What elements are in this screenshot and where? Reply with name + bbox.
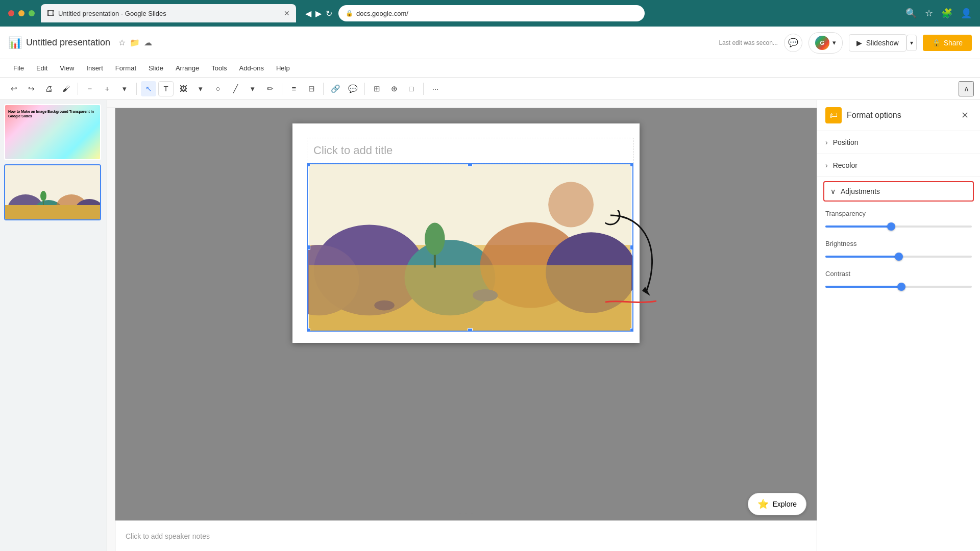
menu-arrange[interactable]: Arrange [170, 62, 204, 74]
format-section-recolor[interactable]: › Recolor [817, 154, 980, 177]
separator-6 [423, 83, 424, 95]
collapse-toolbar[interactable]: ∧ [959, 81, 974, 96]
format-close-button[interactable]: ✕ [958, 108, 972, 122]
title-placeholder[interactable]: Click to add title [307, 138, 633, 163]
handle-tm[interactable] [468, 163, 473, 167]
handle-bl[interactable] [307, 328, 310, 332]
slide-panel: How to Make an Image Background Transpar… [0, 100, 107, 551]
image-arrow[interactable]: ▾ [193, 81, 208, 96]
align-tool[interactable]: ≡ [286, 81, 302, 96]
image-element[interactable] [307, 163, 633, 332]
brightness-track [825, 256, 972, 258]
back-btn[interactable]: ◀ [305, 9, 311, 18]
handle-tl[interactable] [307, 163, 310, 167]
separator-2 [136, 83, 137, 95]
crop-tool[interactable]: ⊞ [369, 81, 384, 96]
handle-br[interactable] [630, 328, 633, 332]
background-tool[interactable]: □ [404, 81, 419, 96]
slide-canvas[interactable]: Click to add title Click to add text [292, 123, 640, 343]
contrast-thumb[interactable] [897, 283, 905, 291]
forward-btn[interactable]: ▶ [315, 9, 322, 18]
handle-mr[interactable] [630, 245, 633, 250]
format-panel-title: Format options [847, 111, 952, 120]
handle-bm[interactable] [468, 328, 473, 332]
menu-view[interactable]: View [55, 62, 79, 74]
separator-3 [282, 83, 282, 95]
arrange-tool[interactable]: ⊕ [386, 81, 402, 96]
shape-tool[interactable]: ○ [210, 81, 226, 96]
link-tool[interactable]: 🔗 [328, 81, 343, 96]
more-tool[interactable]: ··· [428, 81, 443, 96]
transparency-slider[interactable] [825, 221, 972, 232]
menu-addons[interactable]: Add-ons [234, 62, 269, 74]
folder-icon[interactable]: 📁 [130, 38, 140, 47]
distribute-tool[interactable]: ⊟ [304, 81, 319, 96]
svg-point-17 [425, 223, 445, 255]
meet-button[interactable]: G ▾ [808, 32, 843, 54]
slideshow-button[interactable]: ▶ Slideshow [849, 34, 906, 52]
format-section-position[interactable]: › Position [817, 131, 980, 154]
line-tool[interactable]: ╱ [228, 81, 243, 96]
share-button[interactable]: 🔒 Share [923, 35, 972, 51]
chrome-profile-icon[interactable]: 👤 [961, 8, 972, 19]
svg-point-19 [374, 300, 395, 311]
canvas-scroll[interactable]: Click to add title Click to add text [115, 108, 817, 551]
menu-bar: File Edit View Insert Format Slide Arran… [0, 59, 980, 78]
slide-thumb-1[interactable]: How to Make an Image Background Transpar… [4, 104, 101, 160]
format-section-adjustments[interactable]: ∨ Adjustments [823, 181, 974, 202]
zoom-arrow[interactable]: ▾ [117, 81, 132, 96]
brightness-thumb[interactable] [895, 253, 903, 261]
chrome-search-icon[interactable]: 🔍 [905, 8, 917, 19]
slider-section: Transparency Brightness Contrast [817, 206, 980, 308]
paint-format-button[interactable]: 🖌 [58, 81, 74, 96]
chrome-tab[interactable]: 🎞 Untitled presentation - Google Slides … [41, 4, 296, 22]
menu-help[interactable]: Help [271, 62, 295, 74]
transparency-thumb[interactable] [887, 222, 895, 231]
star-icon[interactable]: ☆ [118, 38, 126, 47]
comment-add-tool[interactable]: 💬 [345, 81, 360, 96]
handle-ml[interactable] [307, 245, 310, 250]
speaker-notes-text: Click to add speaker notes [126, 532, 210, 540]
canvas-outer: Click to add title Click to add text [107, 100, 817, 551]
svg-point-18 [473, 289, 498, 302]
url-text: docs.google.com/ [356, 10, 408, 17]
text-tool[interactable]: T [158, 81, 174, 96]
contrast-slider[interactable] [825, 282, 972, 292]
reload-btn[interactable]: ↻ [326, 9, 332, 18]
brightness-slider[interactable] [825, 252, 972, 262]
chrome-extensions-icon[interactable]: 🧩 [941, 8, 952, 19]
dot-3 [471, 513, 474, 516]
ruler-top [107, 100, 817, 108]
contrast-track [825, 286, 972, 288]
tab-title: Untitled presentation - Google Slides [58, 10, 166, 17]
cloud-icon[interactable]: ☁ [144, 38, 152, 47]
menu-slide[interactable]: Slide [143, 62, 168, 74]
zoom-out-button[interactable]: − [82, 81, 97, 96]
menu-insert[interactable]: Insert [81, 62, 108, 74]
zoom-in-button[interactable]: + [100, 81, 115, 96]
select-tool[interactable]: ↖ [141, 81, 156, 96]
speaker-notes[interactable]: Click to add speaker notes [115, 520, 817, 551]
line-arrow[interactable]: ▾ [245, 81, 260, 96]
comment-button[interactable]: 💬 [784, 34, 802, 52]
chrome-bookmark-icon[interactable]: ☆ [925, 8, 933, 19]
format-panel-header: 🏷 Format options ✕ [817, 100, 980, 131]
contrast-fill [825, 286, 901, 288]
print-button[interactable]: 🖨 [41, 81, 56, 96]
pen-tool[interactable]: ✏ [262, 81, 278, 96]
image-tool[interactable]: 🖼 [176, 81, 191, 96]
menu-edit[interactable]: Edit [31, 62, 53, 74]
chrome-bar: 🎞 Untitled presentation - Google Slides … [0, 0, 980, 27]
handle-tr[interactable] [630, 163, 633, 167]
undo-button[interactable]: ↩ [6, 81, 21, 96]
redo-button[interactable]: ↪ [23, 81, 39, 96]
address-bar[interactable]: 🔒 docs.google.com/ [338, 5, 645, 21]
explore-button[interactable]: ⭐ Explore [748, 493, 806, 515]
slide-thumb-2[interactable] [4, 164, 101, 220]
menu-tools[interactable]: Tools [206, 62, 232, 74]
menu-format[interactable]: Format [110, 62, 141, 74]
brightness-label: Brightness [825, 240, 972, 247]
menu-file[interactable]: File [8, 62, 29, 74]
slide1-text: How to Make an Image Background Transpar… [8, 109, 100, 118]
slideshow-dropdown[interactable]: ▾ [906, 35, 917, 51]
